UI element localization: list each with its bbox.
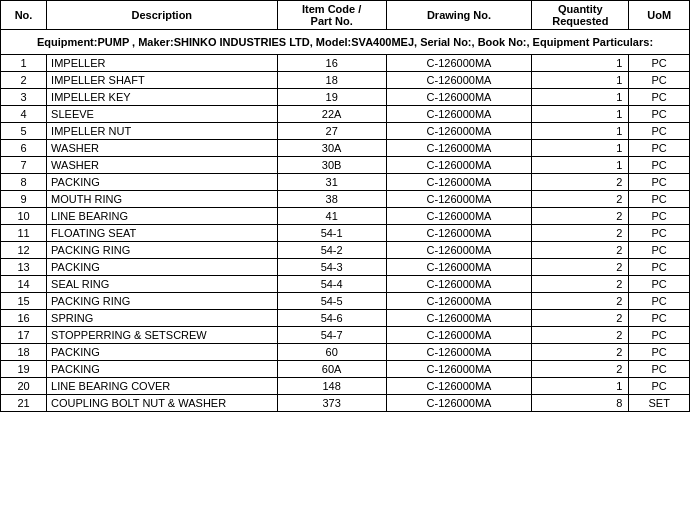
cell-desc: MOUTH RING	[47, 191, 277, 208]
cell-uom: PC	[629, 89, 690, 106]
cell-no: 6	[1, 140, 47, 157]
cell-no: 4	[1, 106, 47, 123]
cell-no: 11	[1, 225, 47, 242]
cell-desc: WASHER	[47, 140, 277, 157]
cell-desc: FLOATING SEAT	[47, 225, 277, 242]
cell-no: 18	[1, 344, 47, 361]
cell-drawing: C-126000MA	[386, 174, 532, 191]
table-row: 3 IMPELLER KEY 19 C-126000MA 1 PC	[1, 89, 690, 106]
table-row: 13 PACKING 54-3 C-126000MA 2 PC	[1, 259, 690, 276]
cell-qty: 1	[532, 72, 629, 89]
cell-uom: PC	[629, 293, 690, 310]
cell-qty: 1	[532, 106, 629, 123]
cell-desc: PACKING	[47, 361, 277, 378]
cell-no: 1	[1, 55, 47, 72]
cell-no: 20	[1, 378, 47, 395]
cell-drawing: C-126000MA	[386, 157, 532, 174]
cell-no: 10	[1, 208, 47, 225]
cell-itemcode: 41	[277, 208, 386, 225]
cell-uom: PC	[629, 123, 690, 140]
cell-qty: 2	[532, 242, 629, 259]
cell-drawing: C-126000MA	[386, 191, 532, 208]
cell-uom: PC	[629, 225, 690, 242]
cell-drawing: C-126000MA	[386, 344, 532, 361]
cell-itemcode: 38	[277, 191, 386, 208]
table-row: 15 PACKING RING 54-5 C-126000MA 2 PC	[1, 293, 690, 310]
table-row: 4 SLEEVE 22A C-126000MA 1 PC	[1, 106, 690, 123]
cell-qty: 1	[532, 89, 629, 106]
cell-desc: PACKING RING	[47, 242, 277, 259]
cell-desc: SEAL RING	[47, 276, 277, 293]
cell-uom: SET	[629, 395, 690, 412]
cell-drawing: C-126000MA	[386, 361, 532, 378]
cell-drawing: C-126000MA	[386, 208, 532, 225]
col-header-drawing: Drawing No.	[386, 1, 532, 30]
table-row: 17 STOPPERRING & SETSCREW 54-7 C-126000M…	[1, 327, 690, 344]
cell-desc: WASHER	[47, 157, 277, 174]
cell-qty: 2	[532, 191, 629, 208]
cell-no: 8	[1, 174, 47, 191]
table-row: 18 PACKING 60 C-126000MA 2 PC	[1, 344, 690, 361]
cell-uom: PC	[629, 327, 690, 344]
cell-qty: 1	[532, 123, 629, 140]
cell-no: 7	[1, 157, 47, 174]
table-row: 21 COUPLING BOLT NUT & WASHER 373 C-1260…	[1, 395, 690, 412]
cell-qty: 2	[532, 293, 629, 310]
cell-uom: PC	[629, 344, 690, 361]
cell-qty: 1	[532, 55, 629, 72]
cell-itemcode: 54-2	[277, 242, 386, 259]
cell-no: 12	[1, 242, 47, 259]
table-row: 8 PACKING 31 C-126000MA 2 PC	[1, 174, 690, 191]
cell-no: 17	[1, 327, 47, 344]
cell-drawing: C-126000MA	[386, 242, 532, 259]
col-header-description: Description	[47, 1, 277, 30]
cell-itemcode: 30B	[277, 157, 386, 174]
table-row: 1 IMPELLER 16 C-126000MA 1 PC	[1, 55, 690, 72]
cell-itemcode: 31	[277, 174, 386, 191]
cell-itemcode: 19	[277, 89, 386, 106]
table-row: 12 PACKING RING 54-2 C-126000MA 2 PC	[1, 242, 690, 259]
cell-qty: 2	[532, 327, 629, 344]
cell-no: 15	[1, 293, 47, 310]
cell-desc: IMPELLER	[47, 55, 277, 72]
cell-desc: SPRING	[47, 310, 277, 327]
cell-drawing: C-126000MA	[386, 55, 532, 72]
cell-no: 19	[1, 361, 47, 378]
cell-uom: PC	[629, 157, 690, 174]
cell-no: 13	[1, 259, 47, 276]
cell-itemcode: 54-5	[277, 293, 386, 310]
cell-uom: PC	[629, 72, 690, 89]
cell-no: 5	[1, 123, 47, 140]
cell-itemcode: 54-7	[277, 327, 386, 344]
cell-itemcode: 22A	[277, 106, 386, 123]
table-row: 19 PACKING 60A C-126000MA 2 PC	[1, 361, 690, 378]
cell-itemcode: 54-1	[277, 225, 386, 242]
cell-drawing: C-126000MA	[386, 72, 532, 89]
cell-no: 3	[1, 89, 47, 106]
cell-itemcode: 54-6	[277, 310, 386, 327]
cell-itemcode: 148	[277, 378, 386, 395]
cell-qty: 2	[532, 361, 629, 378]
col-header-no: No.	[1, 1, 47, 30]
cell-drawing: C-126000MA	[386, 89, 532, 106]
equipment-info: Equipment:PUMP , Maker:SHINKO INDUSTRIES…	[1, 30, 690, 55]
cell-no: 2	[1, 72, 47, 89]
cell-uom: PC	[629, 140, 690, 157]
table-row: 14 SEAL RING 54-4 C-126000MA 2 PC	[1, 276, 690, 293]
cell-uom: PC	[629, 259, 690, 276]
cell-drawing: C-126000MA	[386, 310, 532, 327]
cell-desc: IMPELLER SHAFT	[47, 72, 277, 89]
col-header-qty: QuantityRequested	[532, 1, 629, 30]
cell-itemcode: 27	[277, 123, 386, 140]
cell-uom: PC	[629, 106, 690, 123]
cell-desc: PACKING	[47, 259, 277, 276]
cell-drawing: C-126000MA	[386, 140, 532, 157]
cell-uom: PC	[629, 378, 690, 395]
col-header-uom: UoM	[629, 1, 690, 30]
cell-drawing: C-126000MA	[386, 293, 532, 310]
cell-uom: PC	[629, 174, 690, 191]
cell-qty: 2	[532, 344, 629, 361]
cell-desc: LINE BEARING COVER	[47, 378, 277, 395]
cell-uom: PC	[629, 208, 690, 225]
cell-qty: 1	[532, 378, 629, 395]
